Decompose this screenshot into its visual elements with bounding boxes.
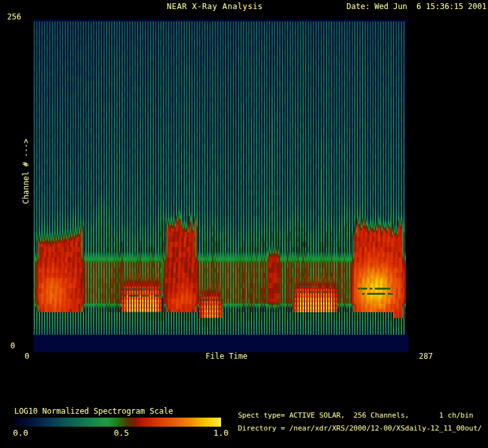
y-axis-title: Channel # ---> [21,138,30,204]
y-axis-max-label: 256 [7,13,21,21]
x-axis-min-label: 0 [25,352,29,361]
timestamp: Date: Wed Jun 6 15:36:15 2001 [346,3,487,11]
spect-type-info: Spect type= ACTIVE SOLAR, 256 Channels, … [238,411,473,420]
x-axis-title: File Time [206,352,248,361]
directory-info: Directory = /near/xdr/XRS/2000/12-00/XSd… [238,424,482,432]
colorbar-title: LOG10 Normalized Spectrogram Scale [14,407,173,416]
near-xray-analysis-window: NEAR X-Ray Analysis Date: Wed Jun 6 15:3… [0,0,488,448]
colorbar-tick-high: 1.0 [213,429,228,437]
colorbar-gradient [14,418,221,427]
plot-title: NEAR X-Ray Analysis [167,3,263,11]
colorbar-tick-low: 0.0 [13,429,28,437]
spectrogram-canvas [34,19,408,352]
y-axis-min-label: 0 [10,342,15,350]
x-axis-max-label: 287 [419,352,433,361]
colorbar-tick-mid: 0.5 [114,429,129,437]
